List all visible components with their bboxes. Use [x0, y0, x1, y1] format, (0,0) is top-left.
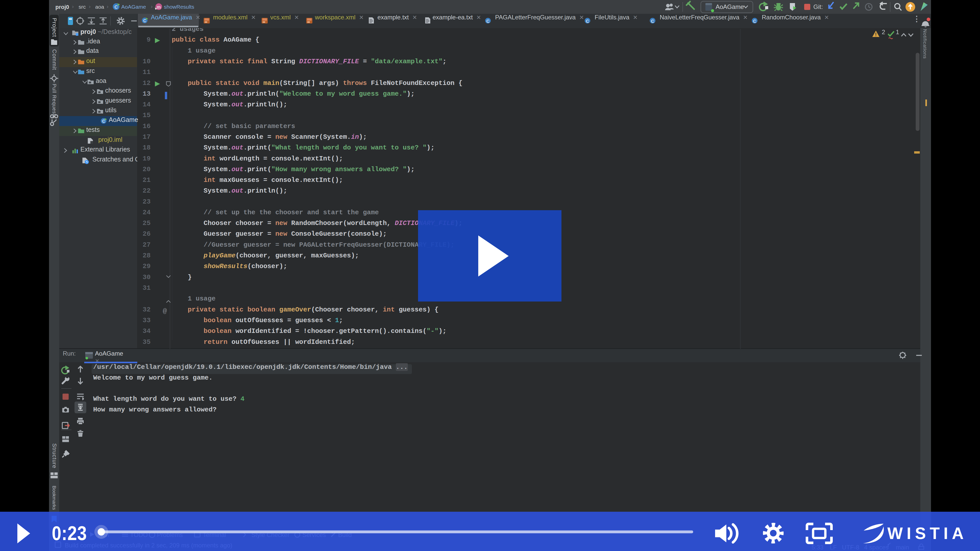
svg-text:0:23: 0:23	[52, 522, 87, 544]
svg-text:C: C	[143, 19, 146, 23]
svg-text:WISTIA: WISTIA	[887, 524, 967, 543]
svg-text:@: @	[163, 307, 167, 315]
svg-text:m: m	[157, 5, 161, 10]
svg-text:AoAGame: AoAGame	[716, 3, 744, 10]
svg-text:C: C	[102, 119, 105, 124]
svg-text:C: C	[115, 5, 118, 10]
svg-text:Git:: Git:	[813, 3, 823, 10]
